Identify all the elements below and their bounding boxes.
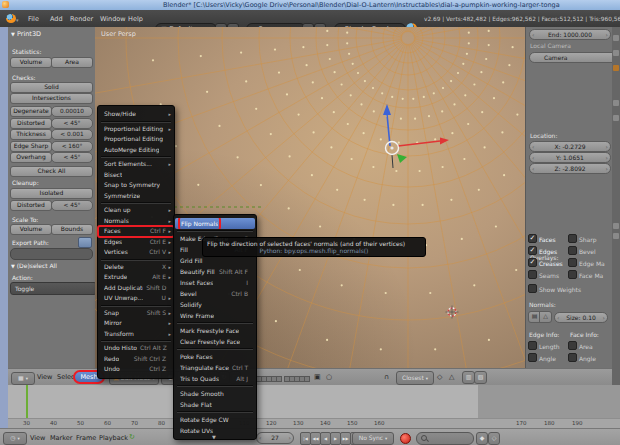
menu-item-normals[interactable]: Normals▸	[98, 216, 174, 227]
current-frame-field[interactable]: ‹27›	[256, 432, 294, 444]
menu-item-inset-faces[interactable]: Inset FacesI	[174, 277, 256, 288]
menu-item-solidify[interactable]: Solidify	[174, 299, 256, 310]
checkbox-sharp[interactable]: Sharp	[568, 234, 610, 244]
menu-item-proportional-editing-falloff[interactable]: Proportional Editing Falloff▸	[98, 124, 174, 135]
magnet-icon[interactable]: ∩	[384, 373, 389, 381]
edge-sharp-check-button[interactable]: Edge Sharp	[10, 141, 52, 152]
toggle-button[interactable]: Toggle	[10, 282, 97, 295]
menu-item-flip-normals[interactable]: Flip Normals	[175, 218, 255, 229]
menu-item-bisect[interactable]: Bisect	[98, 170, 174, 181]
distorted-cleanup-value-field[interactable]: < 45°	[51, 200, 93, 211]
menu-item-snap-to-symmetry[interactable]: Snap to Symmetry	[98, 180, 174, 191]
timeline-editor-type-button[interactable]: ◷ ▾	[3, 432, 27, 445]
editor-type-button[interactable]: ▦ ▾	[11, 372, 35, 385]
timeline-view-menu[interactable]: View	[30, 434, 45, 442]
menu-item-bevel[interactable]: BevelCtrl B	[174, 288, 256, 299]
export-path-field[interactable]	[10, 248, 93, 260]
render-opengl-anim-button[interactable]: ▧	[474, 371, 487, 384]
properties-tab-icon[interactable]	[613, 65, 619, 71]
normals-size-field[interactable]: ‹Size: 0.10›	[554, 312, 608, 323]
distorted-value-field[interactable]: < 45°	[51, 118, 93, 129]
sync-dropdown[interactable]: No Sync ▾	[352, 432, 394, 445]
checkbox-creases[interactable]: Creases	[528, 258, 568, 268]
checkbox-bevel[interactable]: Bevel	[568, 246, 610, 256]
menu-item-vertices[interactable]: VerticesCtrl V▸	[98, 247, 174, 258]
edge-sharp-value-field[interactable]: < 160°	[51, 141, 93, 152]
menu-item-shade-flat[interactable]: Shade Flat	[174, 399, 256, 410]
menu-window[interactable]: Window	[100, 15, 126, 23]
lock-icon[interactable]: ▣	[314, 373, 321, 381]
layer-toggle[interactable]	[304, 376, 310, 382]
menu-item-clean-up[interactable]: Clean up▸	[98, 205, 174, 216]
cursor-z-field[interactable]: ‹Z: -2.8092›	[529, 163, 611, 174]
checkbox-area[interactable]: Area	[568, 341, 610, 351]
distorted-cleanup-button[interactable]: Distorted	[10, 200, 52, 211]
cursor-x-field[interactable]: ‹X: -0.2729›	[529, 141, 611, 152]
export-button-icon[interactable]	[78, 237, 92, 248]
vertex-normals-toggle[interactable]: △	[539, 311, 552, 323]
thickness-check-button[interactable]: Thickness	[10, 129, 52, 140]
thickness-value-field[interactable]: < 0.001	[51, 129, 93, 140]
menu-item-triangulate-faces[interactable]: Triangulate FacesCtrl T	[174, 362, 256, 373]
intersections-check-button[interactable]: Intersections	[10, 93, 93, 104]
degenerate-check-button[interactable]: Degenerate	[10, 106, 52, 117]
menu-item-proportional-editing[interactable]: Proportional Editing	[98, 134, 174, 145]
view-menu[interactable]: View	[37, 373, 52, 381]
menu-item-sort-elements[interactable]: Sort Elements...▸	[98, 159, 174, 170]
properties-editor-sliver[interactable]	[612, 27, 620, 385]
scale-bounds-button[interactable]: Bounds	[51, 224, 93, 235]
print3d-panel-header[interactable]: ▼ Print3D	[11, 30, 41, 38]
scale-volume-button[interactable]: Volume	[10, 224, 52, 235]
snap-element-dropdown[interactable]: Closest ▾	[396, 371, 434, 385]
checkbox-face-ma[interactable]: Face Ma	[568, 270, 610, 280]
record-button[interactable]	[400, 433, 411, 444]
layer-toggle[interactable]	[276, 376, 282, 382]
menu-item-redo[interactable]: RedoShift Ctrl Z	[98, 354, 174, 365]
show-weights-checkbox[interactable]: Show Weights	[528, 284, 581, 294]
properties-tab-icon[interactable]	[613, 35, 619, 41]
submenu-scroll-indicator[interactable]: ▼	[173, 434, 255, 440]
check-all-button[interactable]: Check All	[10, 166, 93, 177]
menu-item-snap[interactable]: SnapShift S▸	[98, 308, 174, 319]
menu-item-add-duplicate[interactable]: Add DuplicateShift D	[98, 283, 174, 294]
camera-dropdown[interactable]: Camera	[529, 52, 620, 63]
snap-target-icon[interactable]: ◇	[437, 373, 442, 381]
clip-end-field[interactable]: ‹End: 1000.000›	[529, 29, 611, 40]
menu-item-automerge-editing[interactable]: AutoMerge Editing	[98, 145, 174, 156]
menu-item-delete[interactable]: DeleteX▸	[98, 262, 174, 273]
blender-logo-icon[interactable]: ▾	[6, 13, 19, 24]
checkbox-angle[interactable]: Angle	[568, 353, 610, 363]
checkbox-faces[interactable]: Faces	[528, 234, 568, 244]
snap-peel-icon[interactable]: △	[449, 373, 454, 381]
menu-item-symmetrize[interactable]: Symmetrize	[98, 191, 174, 202]
menu-file[interactable]: File	[28, 15, 39, 23]
cursor-y-field[interactable]: ‹Y: 1.0651›	[529, 152, 611, 163]
checkbox-edges[interactable]: Edges	[528, 246, 568, 256]
checkbox-edge-ma[interactable]: Edge Ma	[568, 258, 610, 268]
menu-item-show-hide[interactable]: Show/Hide▸	[98, 109, 174, 120]
checkbox-seams[interactable]: Seams	[528, 270, 568, 280]
menu-item-extrude[interactable]: ExtrudeAlt E▸	[98, 272, 174, 283]
distorted-check-button[interactable]: Distorted	[10, 118, 52, 129]
properties-tab-icon[interactable]	[613, 233, 619, 239]
overhang-value-field[interactable]: < 45°	[51, 152, 93, 163]
menu-item-edges[interactable]: EdgesCtrl E▸	[98, 237, 174, 248]
menu-item-beautify-fill[interactable]: Beautify FillShift Alt F	[174, 266, 256, 277]
menu-item-poke-faces[interactable]: Poke Faces	[174, 351, 256, 362]
timeline-playback-menu[interactable]: Playback	[99, 434, 128, 442]
menu-item-faces[interactable]: FacesCtrl F▸	[98, 226, 174, 237]
isolated-button[interactable]: Isolated	[10, 188, 93, 199]
keying-set-field[interactable]	[416, 432, 474, 445]
menu-item-rotate-edge-cw[interactable]: Rotate Edge CW	[174, 414, 256, 425]
deselect-all-panel-header[interactable]: ▼ (De)select All	[11, 262, 57, 269]
degenerate-value-field[interactable]: 0.00010	[51, 106, 93, 117]
menu-item-tris-to-quads[interactable]: Tris to QuadsAlt J	[174, 373, 256, 384]
menu-item-transform[interactable]: Transform▸	[98, 329, 174, 340]
refresh-icon[interactable]: ↻	[129, 433, 135, 441]
menu-item-shade-smooth[interactable]: Shade Smooth	[174, 388, 256, 399]
menu-item-mirror[interactable]: Mirror▸	[98, 318, 174, 329]
menu-item-clear-freestyle-face[interactable]: Clear Freestyle Face	[174, 336, 256, 347]
menu-help[interactable]: Help	[128, 15, 143, 23]
checkbox-angle[interactable]: Angle	[528, 353, 568, 363]
properties-tab-icon[interactable]	[613, 50, 619, 56]
